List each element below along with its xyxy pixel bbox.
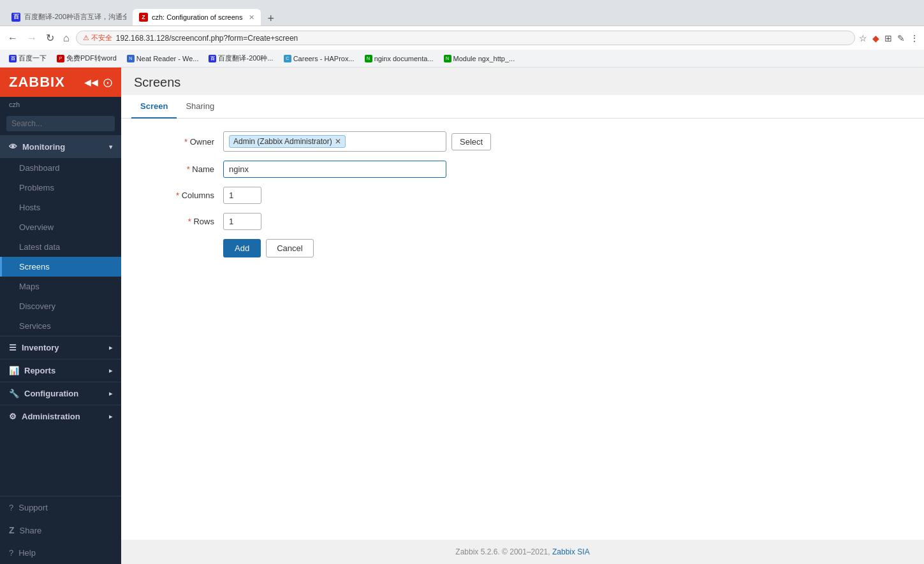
sidebar-item-support[interactable]: ? Support (0, 496, 121, 519)
bookmark-5[interactable]: C Careers - HAProx... (280, 54, 358, 64)
sidebar-item-monitoring[interactable]: 👁 Monitoring ▾ (0, 136, 121, 158)
owner-input-container[interactable]: Admin (Zabbix Administrator) ✕ (223, 131, 446, 152)
sidebar-item-screens[interactable]: Screens (0, 257, 121, 277)
forward-button[interactable]: → (24, 31, 40, 45)
tab-favicon-1: 百 (11, 13, 20, 22)
bookmark-7[interactable]: N Module ngx_http_... (440, 54, 519, 64)
bookmark-favicon-3: N (127, 55, 135, 62)
inventory-section: ☰ Inventory ▸ (0, 336, 121, 359)
security-warning: ⚠ 不安全 (83, 33, 112, 43)
owner-tag: Admin (Zabbix Administrator) ✕ (229, 135, 346, 148)
tabs-navigation: Screen Sharing (121, 95, 924, 119)
share-icon: Z (9, 525, 15, 535)
name-label: * Name (140, 164, 223, 174)
expand-icon[interactable]: ⨀ (103, 77, 112, 87)
sidebar-item-latest-data[interactable]: Latest data (0, 237, 121, 257)
sidebar-item-configuration[interactable]: 🔧 Configuration ▸ (0, 382, 121, 405)
content-area: Screen Sharing * Owner Admin (Zabbix Adm… (121, 95, 924, 540)
bookmark-6[interactable]: N nginx documenta... (361, 54, 437, 64)
sidebar-item-share[interactable]: Z Share (0, 519, 121, 542)
tab-screen[interactable]: Screen (131, 95, 177, 119)
rows-row: * Rows (140, 213, 905, 230)
bookmark-label-3: Neat Reader - We... (136, 55, 199, 62)
address-display[interactable]: 192.168.31.128/screenconf.php?form=Creat… (116, 34, 848, 43)
sidebar-item-inventory[interactable]: ☰ Inventory ▸ (0, 336, 121, 359)
menu-icon[interactable]: ⋮ (910, 33, 919, 43)
extension-icon-3[interactable]: ✎ (897, 33, 905, 43)
tab-title-2: czh: Configuration of screens (152, 13, 242, 21)
page-title: Screens (121, 68, 924, 95)
help-icon: ? (9, 548, 13, 558)
bookmark-favicon-7: N (444, 55, 451, 62)
reports-arrow: ▸ (109, 367, 112, 374)
owner-field: Admin (Zabbix Administrator) ✕ Select (223, 131, 905, 152)
configuration-section: 🔧 Configuration ▸ (0, 382, 121, 405)
bookmark-1[interactable]: 百 百度一下 (5, 52, 50, 64)
sidebar-search-input[interactable] (6, 116, 115, 131)
rows-input[interactable] (223, 213, 261, 230)
tab-inactive[interactable]: 百 百度翻译-200种语言互译，沟通全... (5, 8, 133, 25)
bookmark-3[interactable]: N Neat Reader - We... (123, 54, 203, 64)
bookmark-favicon-1: 百 (9, 55, 17, 62)
home-button[interactable]: ⌂ (61, 31, 72, 45)
share-label: Share (20, 526, 42, 535)
footer: Zabbix 5.2.6. © 2001–2021, Zabbix SIA (121, 540, 924, 564)
back-button[interactable]: ← (5, 31, 20, 45)
rows-required-marker: * (188, 217, 191, 226)
tab-sharing[interactable]: Sharing (177, 95, 223, 119)
bookmark-star-icon[interactable]: ☆ (859, 33, 867, 43)
sidebar-item-dashboard[interactable]: Dashboard (0, 158, 121, 178)
bookmark-label-2: 免费PDF转word (66, 54, 117, 63)
sidebar-item-administration[interactable]: ⚙ Administration ▸ (0, 405, 121, 428)
collapse-icon[interactable]: ◀◀ (84, 77, 98, 87)
sidebar-search-container (0, 112, 121, 135)
bookmark-4[interactable]: 百 百度翻译-200种... (205, 52, 277, 64)
bookmark-label-5: Careers - HAProx... (293, 55, 355, 62)
inventory-arrow: ▸ (109, 344, 112, 351)
columns-label: * Columns (140, 191, 223, 200)
main-content: Screens Screen Sharing * Owner (121, 68, 924, 564)
footer-text: Zabbix 5.2.6. © 2001–2021, (455, 547, 550, 556)
select-button[interactable]: Select (451, 133, 491, 150)
extension-icon-2[interactable]: ⊞ (884, 33, 892, 43)
sidebar-item-hosts[interactable]: Hosts (0, 198, 121, 217)
rows-field (223, 213, 905, 230)
tab-title-1: 百度翻译-200种语言互译，沟通全... (24, 12, 126, 22)
footer-link[interactable]: Zabbix SIA (552, 547, 590, 556)
sidebar-item-discovery[interactable]: Discovery (0, 296, 121, 316)
bookmarks-bar: 百 百度一下 P 免费PDF转word N Neat Reader - We..… (0, 50, 924, 68)
administration-label: Administration (22, 412, 80, 421)
app: ZABBIX ◀◀ ⨀ czh 👁 Monitoring ▾ Dashboard… (0, 68, 924, 564)
tab-active[interactable]: Z czh: Configuration of screens ✕ (133, 9, 261, 25)
administration-arrow: ▸ (109, 413, 112, 420)
configuration-label: Configuration (24, 389, 78, 398)
rows-label: * Rows (140, 217, 223, 226)
extension-icon-1[interactable]: ◆ (872, 33, 879, 43)
add-button[interactable]: Add (223, 239, 261, 257)
bookmark-label-7: Module ngx_http_... (453, 55, 515, 62)
bookmark-2[interactable]: P 免费PDF转word (53, 52, 121, 64)
monitoring-icon: 👁 (9, 142, 17, 152)
columns-input[interactable] (223, 187, 261, 204)
sidebar-item-services[interactable]: Services (0, 316, 121, 336)
sidebar-item-reports[interactable]: 📊 Reports ▸ (0, 359, 121, 382)
sidebar-item-problems[interactable]: Problems (0, 178, 121, 198)
reports-section: 📊 Reports ▸ (0, 359, 121, 382)
name-input[interactable] (223, 161, 446, 178)
reload-button[interactable]: ↻ (43, 31, 57, 45)
tab-close-button[interactable]: ✕ (249, 13, 254, 22)
sidebar-item-overview[interactable]: Overview (0, 217, 121, 237)
cancel-button[interactable]: Cancel (266, 239, 313, 257)
sidebar-item-help[interactable]: ? Help (0, 542, 121, 564)
name-required-marker: * (187, 164, 190, 174)
new-tab-button[interactable]: + (263, 12, 278, 25)
sidebar-item-maps[interactable]: Maps (0, 277, 121, 296)
owner-tag-remove-button[interactable]: ✕ (335, 137, 341, 146)
name-field (223, 161, 905, 178)
form-area: * Owner Admin (Zabbix Administrator) ✕ S… (121, 119, 924, 270)
bookmark-favicon-6: N (365, 55, 372, 62)
configuration-icon: 🔧 (9, 389, 19, 398)
sidebar-bottom: ? Support Z Share ? Help (0, 496, 121, 564)
owner-tag-text: Admin (Zabbix Administrator) (233, 137, 332, 146)
bookmark-favicon-4: 百 (209, 55, 216, 62)
